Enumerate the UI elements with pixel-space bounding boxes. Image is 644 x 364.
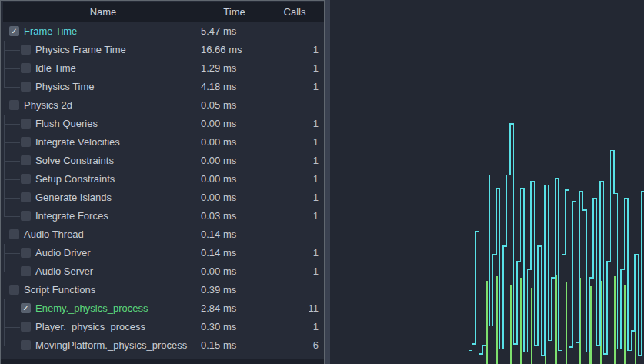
row-time-value: 0.39 ms	[201, 281, 236, 299]
tree-header: Name Time Calls	[3, 2, 324, 22]
row-checkbox[interactable]	[21, 63, 31, 73]
tree-guide-vertical	[4, 207, 5, 216]
row-checkbox[interactable]	[21, 192, 31, 202]
frame-graph-panel[interactable]	[330, 0, 644, 364]
row-checkbox[interactable]	[21, 340, 31, 350]
tree-guide-horizontal	[4, 142, 20, 143]
row-checkbox[interactable]: ✓	[21, 303, 31, 313]
tree-guide-horizontal	[4, 161, 20, 162]
row-calls-value: 1	[313, 318, 319, 336]
row-checkbox[interactable]	[21, 155, 31, 165]
row-time-value: 0.00 ms	[201, 170, 236, 189]
tree-guide-horizontal	[4, 87, 20, 88]
row-name-label: Setup Constraints	[35, 170, 115, 189]
tree-row-script-functions[interactable]: Script Functions 0.39 ms	[1, 281, 324, 299]
row-time-value: 16.66 ms	[201, 41, 242, 59]
tree-row-audio-driver[interactable]: Audio Driver 0.14 ms 1	[1, 244, 324, 262]
tree-rows: ✓ Frame Time 5.47 ms Physics Frame Time …	[1, 22, 324, 355]
row-name-label: Audio Server	[35, 262, 93, 281]
row-calls-value: 1	[313, 152, 319, 170]
tree-guide-horizontal	[4, 124, 20, 125]
row-checkbox[interactable]	[21, 45, 31, 55]
tree-row-setup-constraints[interactable]: Setup Constraints 0.00 ms 1	[1, 170, 324, 189]
row-calls-value: 1	[313, 262, 319, 281]
tree-guide-horizontal	[4, 309, 20, 309]
profiler-tree: Name Time Calls ✓ Frame Time 5.47 ms Phy…	[0, 0, 325, 364]
tree-row-movingplatform-physics-process[interactable]: MovingPlatform._physics_process 0.15 ms …	[1, 336, 324, 355]
panel-splitter[interactable]	[325, 0, 330, 364]
tree-row-integrate-velocities[interactable]: Integrate Velocities 0.00 ms 1	[1, 133, 324, 152]
row-name-label: Audio Driver	[35, 244, 91, 262]
row-time-value: 0.00 ms	[201, 262, 236, 281]
tree-guide-horizontal	[4, 216, 20, 217]
row-checkbox[interactable]	[21, 137, 31, 147]
row-name-label: Enemy._physics_process	[35, 299, 148, 318]
tree-guide-horizontal	[4, 198, 20, 199]
row-name-label: Audio Thread	[24, 225, 84, 244]
row-time-value: 0.15 ms	[201, 336, 236, 355]
column-header-time[interactable]: Time	[202, 2, 267, 22]
row-name-label: MovingPlatform._physics_process	[35, 336, 187, 355]
row-time-value: 0.00 ms	[201, 189, 236, 207]
row-name-label: Idle Time	[35, 59, 76, 78]
tree-guide-horizontal	[4, 179, 20, 180]
row-time-value: 5.47 ms	[201, 22, 236, 41]
row-checkbox[interactable]	[21, 174, 31, 184]
row-name-label: Script Functions	[24, 281, 95, 299]
frame-graph-canvas[interactable]	[330, 0, 644, 364]
row-time-value: 0.00 ms	[201, 115, 236, 133]
row-calls-value: 6	[313, 336, 319, 355]
tree-row-enemy-physics-process[interactable]: ✓ Enemy._physics_process 2.84 ms 11	[1, 299, 324, 318]
row-time-value: 0.05 ms	[201, 96, 236, 115]
tree-guide-horizontal	[4, 50, 20, 51]
row-calls-value: 1	[313, 59, 319, 78]
row-checkbox[interactable]: ✓	[9, 26, 19, 36]
row-time-value: 0.00 ms	[201, 152, 236, 170]
tree-row-audio-thread[interactable]: Audio Thread 0.14 ms	[1, 225, 324, 244]
tree-row-frame-time[interactable]: ✓ Frame Time 5.47 ms	[1, 22, 324, 41]
tree-row-physics-2d[interactable]: Physics 2d 0.05 ms	[1, 96, 324, 115]
row-name-label: Flush Queries	[35, 115, 98, 133]
row-checkbox[interactable]	[21, 266, 31, 276]
tree-row-physics-frame-time[interactable]: Physics Frame Time 16.66 ms 1	[1, 41, 324, 59]
row-name-label: Integrate Velocities	[35, 133, 120, 152]
column-header-name[interactable]: Name	[3, 2, 203, 22]
tree-row-physics-time[interactable]: Physics Time 4.18 ms 1	[1, 78, 324, 96]
row-checkbox[interactable]	[9, 285, 19, 295]
row-time-value: 0.14 ms	[201, 244, 236, 262]
row-calls-value: 1	[313, 41, 319, 59]
row-time-value: 0.14 ms	[201, 225, 236, 244]
tree-row-idle-time[interactable]: Idle Time 1.29 ms 1	[1, 59, 324, 78]
tree-guide-vertical	[4, 336, 5, 346]
column-header-calls[interactable]: Calls	[266, 2, 323, 22]
row-checkbox[interactable]	[21, 119, 31, 129]
row-calls-value: 1	[313, 170, 319, 189]
row-name-label: Integrate Forces	[35, 207, 108, 225]
row-checkbox[interactable]	[21, 322, 31, 332]
row-checkbox[interactable]	[9, 100, 19, 110]
row-checkbox[interactable]	[9, 229, 19, 239]
row-time-value: 0.30 ms	[201, 318, 236, 336]
row-checkbox[interactable]	[21, 248, 31, 258]
tree-row-generate-islands[interactable]: Generate Islands 0.00 ms 1	[1, 189, 324, 207]
row-name-label: Frame Time	[24, 22, 77, 41]
row-time-value: 0.03 ms	[201, 207, 236, 225]
tree-row-audio-server[interactable]: Audio Server 0.00 ms 1	[1, 262, 324, 281]
row-calls-value: 11	[309, 299, 319, 318]
tree-row-player-physics-process[interactable]: Player._physics_process 0.30 ms 1	[1, 318, 324, 336]
tree-guide-horizontal	[4, 327, 20, 328]
tree-guide-horizontal	[4, 346, 20, 346]
row-name-label: Generate Islands	[35, 189, 112, 207]
row-calls-value: 1	[313, 133, 319, 152]
tree-row-integrate-forces[interactable]: Integrate Forces 0.03 ms 1	[1, 207, 324, 225]
row-checkbox[interactable]	[21, 82, 31, 92]
row-calls-value: 1	[313, 115, 319, 133]
row-calls-value: 1	[313, 244, 319, 262]
tree-row-solve-constraints[interactable]: Solve Constraints 0.00 ms 1	[1, 152, 324, 170]
row-name-label: Physics Frame Time	[35, 41, 126, 59]
tree-row-flush-queries[interactable]: Flush Queries 0.00 ms 1	[1, 115, 324, 133]
row-checkbox[interactable]	[21, 211, 31, 221]
profiler-panel: Name Time Calls ✓ Frame Time 5.47 ms Phy…	[0, 0, 644, 364]
tree-guide-vertical	[4, 78, 5, 87]
tree-bottom-edge	[1, 359, 324, 364]
